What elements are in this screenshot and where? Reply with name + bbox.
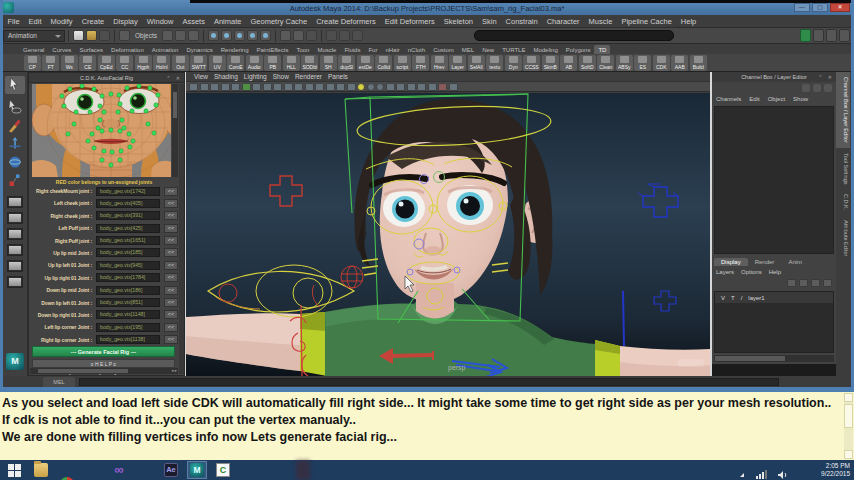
shelf-button[interactable]: CP	[24, 55, 41, 71]
channel-box-menu-item[interactable]: Channels	[716, 96, 749, 102]
viewport-toolbar-icon[interactable]	[294, 83, 303, 91]
layer-row[interactable]: V T / layer1	[715, 292, 833, 303]
shelf-button[interactable]: Hrev	[431, 55, 448, 71]
viewport-toolbar-icon[interactable]	[210, 83, 219, 91]
shelf-tab[interactable]: Deformation	[107, 45, 148, 54]
sidebar-tab-channel-box[interactable]: Channel Box / Layer Editor	[836, 72, 850, 148]
viewport-menu-item[interactable]: Shading	[214, 72, 244, 81]
load-vertex-button[interactable]: <<	[164, 211, 178, 220]
menu-item[interactable]: Help	[676, 17, 700, 26]
shelf-button[interactable]: Collid	[375, 55, 392, 71]
sidebar-tab-tool-settings[interactable]: Tool Settings	[836, 148, 850, 190]
shelf-button[interactable]: script	[394, 55, 411, 71]
sidebar-toggle-attr[interactable]	[813, 29, 824, 42]
shelf-button[interactable]: Clean	[597, 55, 614, 71]
layout-split2-button[interactable]	[7, 228, 23, 240]
load-vertex-button[interactable]: <<	[164, 335, 178, 344]
snap-grid-icon[interactable]	[208, 30, 219, 41]
shelf-tab[interactable]: Polygons	[562, 45, 595, 54]
joint-vertex-field[interactable]: body_geo.vtx[1742]	[96, 187, 160, 196]
shelf-tab[interactable]: Fluids	[340, 45, 364, 54]
menu-item[interactable]: Animate	[209, 17, 246, 26]
shelf-tab[interactable]: Muscle	[313, 45, 340, 54]
shelf-button[interactable]: dupSl	[338, 55, 355, 71]
joint-vertex-field[interactable]: body_geo.vtx[1138]	[96, 335, 160, 344]
layer-visible-flag[interactable]: V	[721, 295, 725, 301]
menu-item[interactable]: Display	[109, 17, 143, 26]
shelf-button[interactable]: AB	[560, 55, 577, 71]
viewport-toolbar-icon[interactable]	[305, 83, 314, 91]
joint-vertex-field[interactable]: body_geo.vtx[1148]	[96, 310, 160, 319]
viewport-menu-item[interactable]: Lighting	[244, 72, 273, 81]
snap-curve-icon[interactable]	[221, 30, 232, 41]
maya-taskbar-icon[interactable]: M	[190, 463, 204, 477]
joint-vertex-field[interactable]: body_geo.vtx[945]	[96, 261, 160, 270]
shelf-tab[interactable]: MEL	[458, 45, 478, 54]
cdk-help-button[interactable]: ≡ H E L P ≡	[32, 359, 175, 368]
shelf-button[interactable]: FTH	[412, 55, 429, 71]
render-icon[interactable]	[326, 30, 337, 41]
shelf-button[interactable]: ComE	[227, 55, 244, 71]
viewport-toolbar-icon[interactable]	[428, 83, 437, 91]
mel-label[interactable]: MEL	[43, 377, 75, 387]
shelf-button[interactable]: Out	[172, 55, 189, 71]
shelf-button[interactable]: PB	[264, 55, 281, 71]
menu-item[interactable]: Edit	[24, 17, 46, 26]
shelf-tab[interactable]: nHair	[381, 45, 403, 54]
viewport-toolbar-icon[interactable]	[438, 83, 447, 91]
layer-editor-menu-item[interactable]: Layers	[716, 269, 741, 275]
shelf-button[interactable]: CE	[79, 55, 96, 71]
shelf-button[interactable]: Audio	[246, 55, 263, 71]
shelf-button[interactable]: UV	[209, 55, 226, 71]
menu-item[interactable]: File	[3, 17, 24, 26]
menu-item[interactable]: Edit Deformers	[380, 17, 439, 26]
menu-item[interactable]: Skeleton	[439, 17, 477, 26]
joint-vertex-field[interactable]: body_geo.vtx[1784]	[96, 273, 160, 282]
cdk-image-scrollbar[interactable]	[172, 84, 178, 177]
sidebar-toggle-modeling[interactable]	[800, 29, 811, 42]
cdk-horizontal-scrollbar[interactable]: ◂ ▸	[30, 368, 178, 374]
shelf-button[interactable]: HoInl	[153, 55, 170, 71]
load-vertex-button[interactable]: <<	[164, 323, 178, 332]
joint-vertex-field[interactable]: body_geo.vtx[851]	[96, 298, 160, 307]
viewport-menu-item[interactable]: Renderer	[295, 72, 328, 81]
layer-new2-icon[interactable]	[799, 279, 808, 287]
history-output-icon[interactable]	[293, 30, 304, 41]
cdk-panel-header[interactable]: C.D.K. AutoFacial Rig ⌃ ✕	[29, 73, 184, 83]
viewport-toolbar-icon[interactable]	[284, 83, 293, 91]
shelf-tab[interactable]: Toon	[292, 45, 313, 54]
layer-new-icon[interactable]	[787, 279, 796, 287]
mask-icon-2[interactable]	[175, 30, 186, 41]
shelf-tab[interactable]: Custom	[429, 45, 458, 54]
shelf-button[interactable]: SODbl	[301, 55, 318, 71]
shelf-tab[interactable]: Curves	[48, 45, 75, 54]
shelf-tab[interactable]: General	[19, 45, 48, 54]
viewport-toolbar-icon[interactable]	[396, 83, 405, 91]
channel-pencil-icon[interactable]	[824, 84, 832, 92]
sidebar-tab-cdk[interactable]: C.D.K.	[836, 189, 850, 215]
snap-plane-icon[interactable]	[247, 30, 258, 41]
viewport-toolbar-icon[interactable]	[326, 83, 335, 91]
shelf-button[interactable]: FT	[42, 55, 59, 71]
command-input[interactable]	[79, 378, 779, 386]
menu-item[interactable]: Muscle	[584, 17, 617, 26]
shelf-tab[interactable]: PaintEffects	[252, 45, 292, 54]
viewport-toolbar-icon[interactable]	[200, 83, 209, 91]
select-tool[interactable]	[5, 76, 25, 94]
scale-tool[interactable]	[5, 171, 25, 189]
load-vertex-button[interactable]: <<	[164, 298, 178, 307]
joint-vertex-field[interactable]: body_geo.vtx[425]	[96, 224, 160, 233]
load-vertex-button[interactable]: <<	[164, 261, 178, 270]
visual-studio-icon[interactable]: ∞	[112, 463, 126, 477]
layer-editor-menu-item[interactable]: Help	[769, 269, 788, 275]
shelf-button[interactable]: SelAll	[468, 55, 485, 71]
layer-editor-tab[interactable]: Render	[748, 258, 782, 266]
layer-name[interactable]: layer1	[748, 295, 764, 301]
c-app-icon[interactable]: C	[216, 463, 230, 477]
menu-item[interactable]: Create	[77, 17, 109, 26]
menu-item[interactable]: Pipeline Cache	[617, 17, 676, 26]
shelf-button[interactable]: HLL	[283, 55, 300, 71]
viewport-toolbar-icon[interactable]	[336, 83, 345, 91]
shelf-button[interactable]: SWTT	[190, 55, 207, 71]
shelf-tab[interactable]: nCloth	[404, 45, 429, 54]
